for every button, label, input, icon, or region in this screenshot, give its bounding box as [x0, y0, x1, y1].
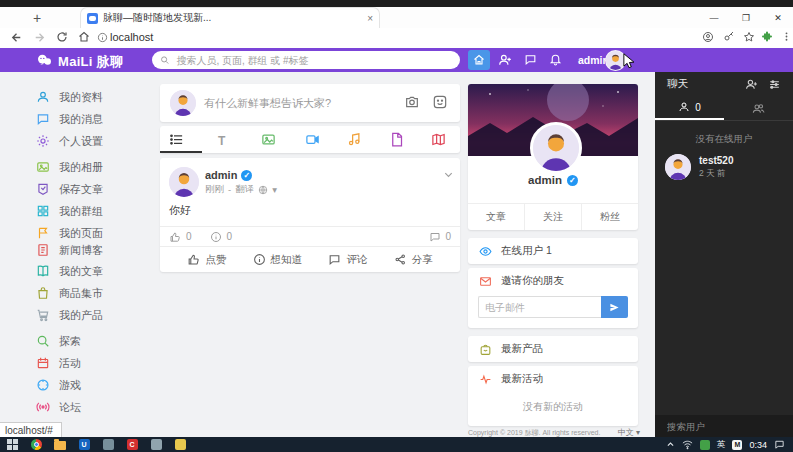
global-search[interactable]	[152, 51, 460, 69]
profile-toolbar-icon[interactable]	[702, 31, 714, 43]
sidebar-item-games[interactable]: 游戏	[36, 376, 81, 394]
chat-tab-groups[interactable]	[724, 96, 793, 120]
send-invite-button[interactable]	[601, 296, 628, 318]
post-options-chevron-icon[interactable]	[443, 169, 454, 180]
sidebar-item-saved[interactable]: 保存文章	[36, 180, 103, 198]
extension-icon[interactable]	[761, 31, 773, 43]
invite-email-input[interactable]	[478, 296, 601, 318]
tray-expand-icon[interactable]	[666, 440, 675, 449]
taskbar-app-window-icon[interactable]	[96, 437, 120, 452]
app-logo-text[interactable]: MaiLi 脉聊	[58, 53, 123, 71]
site-info-icon[interactable]	[97, 32, 108, 43]
tab-text-posts[interactable]: T	[218, 131, 225, 149]
chat-user-row[interactable]: test520 2 天 前	[655, 146, 793, 188]
gear-icon	[36, 134, 50, 148]
like-button[interactable]: 点赞	[187, 253, 226, 267]
taskbar-app-u-icon[interactable]: U	[72, 437, 96, 452]
search-input[interactable]	[174, 54, 452, 67]
chat-search-input[interactable]	[655, 421, 793, 432]
sidebar-item-settings[interactable]: 个人设置	[36, 132, 103, 150]
chat-bubble-icon	[36, 112, 50, 126]
composer-placeholder[interactable]: 有什么新鲜事想告诉大家?	[204, 96, 331, 111]
browser-menu-icon[interactable]	[781, 31, 792, 42]
thumbs-up-icon[interactable]	[169, 231, 181, 243]
post-stats-row: 0 0 0	[160, 226, 460, 246]
forward-icon[interactable]	[33, 31, 46, 44]
profile-avatar[interactable]	[530, 122, 582, 174]
action-center-icon[interactable]	[774, 439, 785, 450]
stat-articles[interactable]: 文章	[468, 204, 524, 230]
wonder-button[interactable]: 想知道	[253, 253, 303, 267]
latest-products-widget[interactable]: 最新产品	[468, 336, 638, 362]
nav-notifications-icon[interactable]	[549, 53, 562, 66]
sidebar-item-events[interactable]: 活动	[36, 354, 81, 372]
reload-icon[interactable]	[56, 31, 68, 43]
tab-file-posts[interactable]	[389, 132, 404, 147]
nav-home-button[interactable]	[468, 50, 490, 70]
nav-add-friend-icon[interactable]	[498, 53, 512, 67]
new-tab-button[interactable]: +	[28, 7, 46, 28]
tray-app-icon[interactable]	[700, 440, 710, 450]
network-icon[interactable]	[682, 439, 693, 450]
sidebar-item-explore[interactable]: 探索	[36, 332, 81, 350]
close-button[interactable]: ✕	[763, 7, 793, 28]
sidebar-item-market[interactable]: 商品集市	[36, 284, 103, 302]
privacy-caret-icon[interactable]: ▾	[272, 184, 277, 195]
sidebar-item-albums[interactable]: 我的相册	[36, 158, 103, 176]
back-icon[interactable]	[10, 31, 23, 44]
camera-icon[interactable]	[404, 94, 420, 110]
sidebar-item-messages[interactable]: 我的消息	[36, 110, 103, 128]
chat-settings-icon[interactable]	[768, 78, 781, 91]
restore-button[interactable]: ❐	[731, 7, 761, 28]
wonder-count-icon[interactable]	[210, 231, 222, 243]
sidebar-item-pages[interactable]: 我的页面	[36, 224, 103, 242]
taskbar-chrome-icon[interactable]	[24, 437, 48, 452]
sticker-icon[interactable]	[432, 94, 448, 110]
post-author-avatar[interactable]	[169, 167, 199, 197]
stat-following[interactable]: 关注	[524, 204, 581, 230]
home-toolbar-icon[interactable]	[78, 31, 90, 43]
bag-icon	[479, 343, 492, 356]
broadcast-icon	[36, 400, 50, 414]
chat-tab-contacts[interactable]: 0	[655, 96, 724, 120]
tray-m-icon[interactable]: M	[732, 440, 742, 450]
url-text[interactable]: localhost	[110, 31, 153, 43]
sidebar-item-blog[interactable]: 新闻博客	[36, 241, 103, 259]
taskbar-explorer-icon[interactable]	[48, 437, 72, 452]
chat-search-bar[interactable]	[655, 415, 793, 437]
taskbar-app-c-icon[interactable]: C	[120, 437, 144, 452]
tab-map-posts[interactable]	[431, 132, 446, 147]
taskbar-clock[interactable]: 0:34	[749, 440, 767, 450]
ime-indicator[interactable]: 英	[717, 439, 726, 451]
profile-name[interactable]: admin	[528, 174, 562, 186]
password-key-icon[interactable]	[723, 31, 735, 43]
browser-tab[interactable]: 脉聊—随时随地发现新... ×	[80, 7, 380, 28]
taskbar-app-doc-icon[interactable]	[144, 437, 168, 452]
sidebar-item-profile[interactable]: 我的资料	[36, 88, 103, 106]
post-author[interactable]: admin ✓	[205, 169, 252, 181]
link-status-bubble: localhost/#	[0, 422, 62, 438]
chat-add-friend-icon[interactable]	[745, 78, 758, 91]
tab-all-posts[interactable]	[169, 132, 184, 147]
sidebar-item-groups[interactable]: 我的群组	[36, 202, 103, 220]
sidebar-item-products[interactable]: 我的产品	[36, 306, 103, 324]
online-users-widget[interactable]: 在线用户 1	[468, 238, 638, 264]
minimize-button[interactable]: —	[699, 7, 729, 28]
share-button[interactable]: 分享	[394, 253, 433, 267]
sidebar-item-articles[interactable]: 我的文章	[36, 262, 103, 280]
tab-video-posts[interactable]	[305, 132, 320, 147]
nav-messages-icon[interactable]	[524, 53, 537, 66]
comment-button[interactable]: 评论	[328, 253, 367, 267]
post-timestamp[interactable]: 刚刚	[205, 183, 224, 196]
sidebar-item-forums[interactable]: 论坛	[36, 398, 81, 416]
translate-link[interactable]: 翻译	[235, 183, 254, 196]
post-author-name[interactable]: admin	[205, 169, 237, 181]
bookmark-star-icon[interactable]	[743, 31, 755, 43]
tab-music-posts[interactable]	[347, 132, 362, 147]
taskbar-notes-icon[interactable]	[168, 437, 192, 452]
tab-close-icon[interactable]: ×	[367, 13, 373, 24]
start-button[interactable]	[0, 437, 24, 452]
app-logo-icon[interactable]	[36, 52, 53, 69]
tab-photo-posts[interactable]	[261, 132, 276, 147]
stat-followers[interactable]: 粉丝	[581, 204, 638, 230]
